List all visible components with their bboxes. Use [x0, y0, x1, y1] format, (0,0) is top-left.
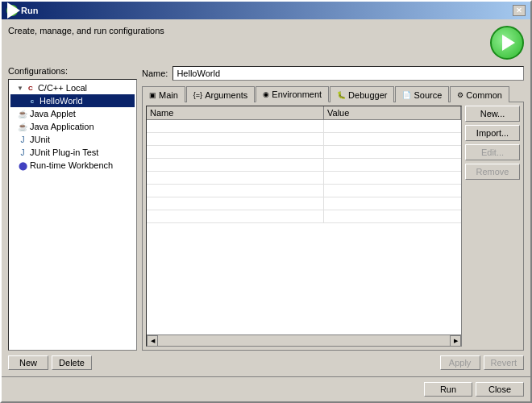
tree-label-cpp-local: C/C++ Local [38, 83, 87, 93]
table-row [147, 146, 461, 159]
run-button[interactable]: Run [424, 382, 472, 397]
table-cell-value [324, 197, 461, 210]
side-buttons: New... Import... Edit... Remove [465, 106, 520, 347]
title-bar-left: Run [6, 5, 38, 16]
tree-label-helloworld: HelloWorld [39, 96, 83, 106]
tree-label-junit: JUnit [30, 135, 50, 144]
delete-config-button[interactable]: Delete [52, 355, 92, 370]
tree-label-junit-plugin: JUnit Plug-in Test [30, 147, 98, 157]
tab-source[interactable]: 📄 Source [395, 86, 449, 102]
tab-source-icon: 📄 [402, 91, 411, 99]
tab-arguments-label: Arguments [205, 90, 247, 100]
scroll-right-arrow[interactable]: ▶ [450, 335, 461, 347]
tabs-bar: ▣ Main {=} Arguments ◉ Environment 🐛 Deb… [142, 85, 524, 102]
tab-environment-icon: ◉ [263, 90, 269, 98]
tree-label-java-applet: Java Applet [30, 109, 76, 118]
table-scrollbar[interactable]: ◀ ▶ [147, 334, 461, 346]
tree-item-helloworld[interactable]: c HelloWorld [10, 94, 135, 107]
new-env-button[interactable]: New... [465, 106, 520, 122]
close-dialog-button[interactable]: Close [476, 382, 524, 397]
tree-item-cpp-local[interactable]: ▼ C C/C++ Local [10, 81, 135, 94]
cpp-child-icon: c [27, 95, 38, 106]
table-cell-value [324, 120, 461, 132]
table-body [147, 120, 461, 334]
junit-icon: J [17, 134, 28, 145]
tab-main-icon: ▣ [149, 91, 156, 99]
new-config-button[interactable]: New [8, 355, 48, 370]
table-header: Name Value [147, 106, 461, 120]
run-title-icon [6, 5, 18, 16]
table-cell-value [324, 159, 461, 171]
table-cell-name [147, 133, 324, 145]
run-triangle [7, 2, 20, 19]
header-description: Create, manage, and run configurations [8, 26, 164, 35]
name-input[interactable] [172, 66, 524, 81]
tab-debugger[interactable]: 🐛 Debugger [330, 86, 394, 102]
main-layout: Configurations: ▼ C C/C++ Local c HelloW… [8, 66, 524, 370]
edit-button[interactable]: Edit... [465, 144, 520, 160]
window-content: Create, manage, and run configurations C… [2, 19, 530, 376]
table-row [147, 172, 461, 185]
tree-item-junit[interactable]: J JUnit [10, 133, 135, 146]
junit-plugin-icon: J [17, 147, 28, 158]
tab-debugger-label: Debugger [348, 90, 387, 100]
env-table[interactable]: Name Value [146, 106, 462, 347]
run-dialog: Run ✕ Create, manage, and run configurat… [0, 0, 532, 403]
tree-item-java-applet[interactable]: ☕ Java Applet [10, 107, 135, 120]
revert-button[interactable]: Revert [484, 355, 524, 370]
table-cell-value [324, 172, 461, 184]
action-buttons: Apply Revert [142, 355, 524, 370]
table-row [147, 185, 461, 197]
left-buttons: New Delete [8, 355, 137, 370]
configs-label: Configurations: [8, 66, 137, 76]
name-row: Name: [142, 66, 524, 81]
title-bar: Run ✕ [2, 2, 530, 19]
expand-icon-cpp: ▼ [17, 85, 23, 92]
tree-item-junit-plugin[interactable]: J JUnit Plug-in Test [10, 146, 135, 159]
tab-common-icon: ⚙ [457, 91, 463, 99]
tab-common-label: Common [466, 90, 502, 100]
window-title: Run [21, 6, 38, 15]
tab-arguments[interactable]: {=} Arguments [186, 86, 255, 102]
table-cell-value [324, 133, 461, 145]
table-row [147, 197, 461, 210]
table-row [147, 159, 461, 172]
tab-main[interactable]: ▣ Main [142, 86, 185, 102]
table-cell-name [147, 120, 324, 132]
scroll-left-arrow[interactable]: ◀ [147, 335, 158, 347]
table-row [147, 210, 461, 223]
tab-arguments-icon: {=} [193, 91, 202, 99]
remove-button[interactable]: Remove [465, 164, 520, 180]
tab-main-label: Main [159, 90, 178, 100]
table-cell-name [147, 185, 324, 197]
left-panel: Configurations: ▼ C C/C++ Local c HelloW… [8, 66, 137, 370]
import-button[interactable]: Import... [465, 125, 520, 141]
apply-button[interactable]: Apply [440, 355, 480, 370]
tab-environment[interactable]: ◉ Environment [256, 86, 329, 102]
table-cell-name [147, 210, 324, 222]
col-header-name: Name [147, 106, 324, 119]
tab-environment-label: Environment [272, 89, 322, 99]
table-wrapper: Name Value [146, 106, 462, 347]
table-cell-name [147, 197, 324, 210]
table-row [147, 120, 461, 133]
table-cell-value [324, 210, 461, 222]
scroll-track[interactable] [158, 335, 450, 346]
header-section: Create, manage, and run configurations [8, 26, 524, 60]
col-header-value: Value [324, 106, 461, 119]
java-applet-icon: ☕ [17, 108, 28, 119]
table-cell-name [147, 172, 324, 184]
tree-panel[interactable]: ▼ C C/C++ Local c HelloWorld ☕ Java Appl… [8, 79, 137, 351]
table-cell-name [147, 159, 324, 171]
right-panel: Name: ▣ Main {=} Arguments ◉ Envir [142, 66, 524, 370]
run-icon [490, 26, 524, 60]
footer: Run Close [2, 376, 530, 401]
tree-item-java-app[interactable]: ☕ Java Application [10, 120, 135, 133]
tab-common[interactable]: ⚙ Common [450, 86, 509, 102]
table-row [147, 133, 461, 146]
cpp-icon: C [25, 82, 36, 93]
tab-debugger-icon: 🐛 [337, 91, 346, 99]
close-button[interactable]: ✕ [513, 5, 526, 16]
tree-item-runtime[interactable]: ⬤ Run-time Workbench [10, 159, 135, 172]
tree-label-java-app: Java Application [30, 122, 94, 131]
